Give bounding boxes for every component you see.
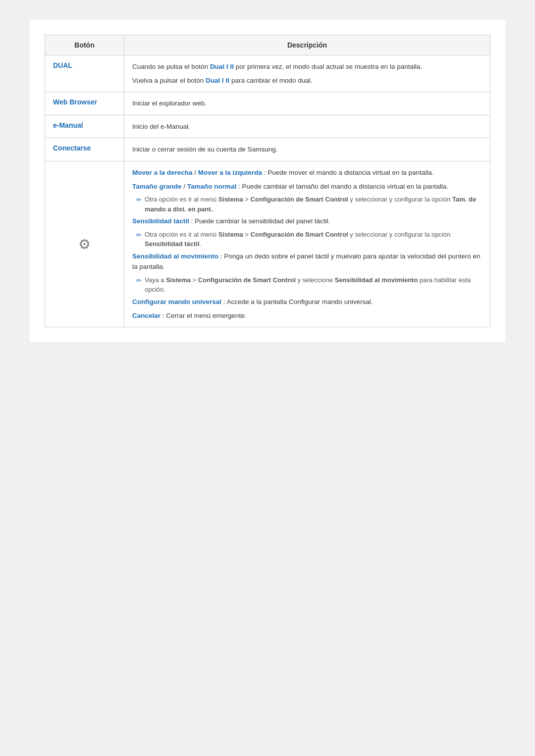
header-button-col: Botón: [45, 35, 124, 55]
gear-note2-text: Otra opción es ir al menú Sistema > Conf…: [145, 230, 482, 249]
desc-cell-conectarse: Iniciar o cerrar sesión de su cuenta de …: [124, 138, 490, 161]
emanual-label: e-Manual: [53, 121, 83, 129]
gear-mover-izquierda: Mover a la izquierda: [198, 169, 262, 176]
dual-label: DUAL: [53, 61, 72, 69]
desc-cell-emanual: Inicio del e-Manual.: [124, 115, 490, 138]
pencil-icon-1: ✏: [136, 195, 142, 205]
dual-description: Cuando se pulsa el botón Dual I II por p…: [132, 61, 482, 86]
webbrowser-desc-text: Iniciar el explorador web.: [132, 98, 482, 109]
table-row: e-Manual Inicio del e-Manual.: [45, 115, 490, 138]
gear-note1: ✏ Otra opción es ir al menú Sistema > Co…: [132, 195, 482, 214]
gear-line5-suffix: : Accede a la pantalla Configurar mando …: [223, 298, 373, 305]
dual-desc-line1: Cuando se pulsa el botón Dual I II por p…: [132, 61, 482, 72]
conectarse-description: Iniciar o cerrar sesión de su cuenta de …: [132, 144, 482, 155]
gear-sensibilidad-movimiento: Sensibilidad al movimiento: [132, 252, 218, 260]
table-row: Conectarse Iniciar o cerrar sesión de su…: [45, 138, 490, 161]
gear-sep2: /: [183, 183, 187, 190]
table-row: ⚙ Mover a la derecha / Mover a la izquie…: [45, 161, 490, 327]
button-cell-gear: ⚙: [45, 161, 124, 327]
gear-tamano-grande: Tamaño grande: [132, 183, 182, 190]
gear-mover-derecha: Mover a la derecha: [132, 169, 193, 176]
webbrowser-description: Iniciar el explorador web.: [132, 98, 482, 109]
gear-line4: Sensibilidad al movimiento : Ponga un de…: [132, 251, 482, 272]
desc-cell-dual: Cuando se pulsa el botón Dual I II por p…: [124, 55, 490, 92]
pencil-icon-2: ✏: [136, 230, 142, 241]
emanual-description: Inicio del e-Manual.: [132, 121, 482, 132]
button-cell-dual: DUAL: [45, 55, 124, 92]
conectarse-label: Conectarse: [53, 144, 91, 152]
gear-line5: Configurar mando universal : Accede a la…: [132, 297, 482, 307]
conectarse-desc-text: Iniciar o cerrar sesión de su cuenta de …: [132, 144, 482, 155]
dual-highlight-1: Dual I II: [210, 63, 234, 70]
table-row: Web Browser Iniciar el explorador web.: [45, 92, 490, 115]
gear-line3: Sensibilidad táctil : Puede cambiar la s…: [132, 216, 482, 227]
gear-note1-text: Otra opción es ir al menú Sistema > Conf…: [145, 195, 482, 214]
pencil-icon-3: ✏: [136, 276, 142, 286]
gear-note3: ✏ Vaya a Sistema > Configuración de Smar…: [132, 275, 482, 295]
webbrowser-label: Web Browser: [53, 98, 97, 106]
button-cell-conectarse: Conectarse: [45, 138, 124, 161]
desc-cell-webbrowser: Iniciar el explorador web.: [124, 92, 490, 115]
page-container: Botón Descripción DUAL Cuando se pulsa e…: [30, 20, 505, 342]
main-table: Botón Descripción DUAL Cuando se pulsa e…: [45, 35, 490, 327]
gear-line1: Mover a la derecha / Mover a la izquierd…: [132, 167, 482, 178]
emanual-desc-text: Inicio del e-Manual.: [132, 121, 482, 132]
dual-desc-line2: Vuelva a pulsar el botón Dual I II para …: [132, 75, 482, 86]
gear-line2-suffix: : Puede cambiar el tamaño del mando a di…: [238, 183, 448, 190]
gear-icon: ⚙: [78, 236, 91, 252]
gear-note3-text: Vaya a Sistema > Configuración de Smart …: [145, 275, 482, 295]
gear-description: Mover a la derecha / Mover a la izquierd…: [132, 167, 482, 321]
gear-line1-suffix: : Puede mover el mando a distancia virtu…: [264, 169, 434, 176]
gear-line6-suffix: : Cerrar el menú emergente.: [162, 312, 247, 319]
desc-cell-gear: Mover a la derecha / Mover a la izquierd…: [124, 161, 490, 327]
gear-note2: ✏ Otra opción es ir al menú Sistema > Co…: [132, 230, 482, 249]
gear-configurar-mando: Configurar mando universal: [132, 298, 221, 305]
table-header-row: Botón Descripción: [45, 35, 490, 55]
gear-tamano-normal: Tamaño normal: [187, 183, 237, 190]
gear-sep1: /: [194, 169, 198, 176]
dual-highlight-2: Dual I II: [206, 77, 229, 84]
header-desc-col: Descripción: [124, 35, 490, 55]
button-cell-emanual: e-Manual: [45, 115, 124, 138]
gear-line2: Tamaño grande / Tamaño normal : Puede ca…: [132, 181, 482, 192]
gear-cancelar: Cancelar: [132, 312, 160, 319]
gear-line6: Cancelar : Cerrar el menú emergente.: [132, 310, 482, 321]
gear-sensibilidad-tactil: Sensibilidad táctil: [132, 217, 189, 225]
button-cell-webbrowser: Web Browser: [45, 92, 124, 115]
table-row: DUAL Cuando se pulsa el botón Dual I II …: [45, 55, 490, 92]
gear-line3-suffix: : Puede cambiar la sensibilidad del pane…: [191, 217, 330, 225]
